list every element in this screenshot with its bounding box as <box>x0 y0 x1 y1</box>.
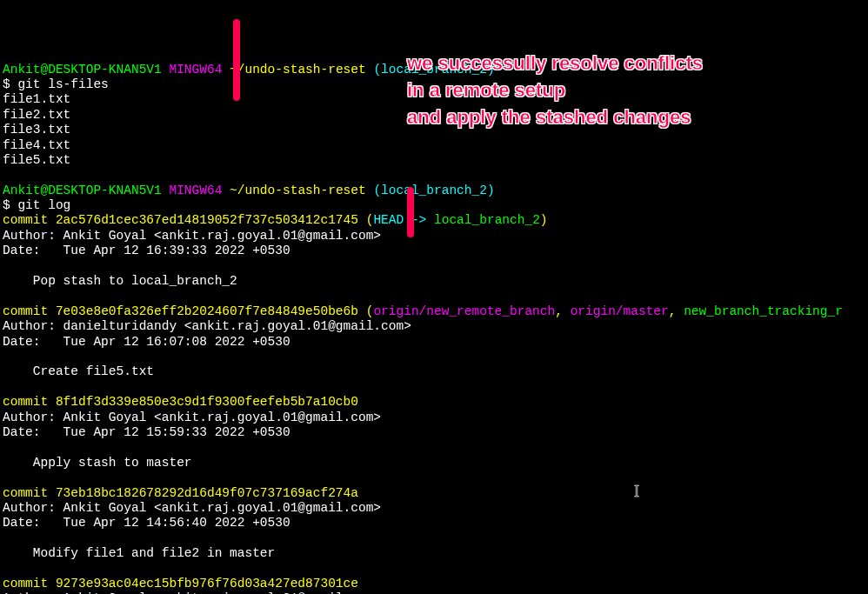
ref-sep: , <box>555 304 570 318</box>
git-branch: (local_branch_2) <box>373 184 494 197</box>
cwd-path: ~/undo-stash-reset <box>230 184 366 197</box>
user-host: Ankit@DESKTOP-KNAN5V1 <box>3 63 162 77</box>
file-entry: file3.txt <box>3 123 70 137</box>
remote-ref: origin/new_remote_branch <box>373 304 555 318</box>
commit-date: Date: Tue Apr 12 16:07:08 2022 +0530 <box>3 335 290 349</box>
remote-ref: origin/master <box>571 304 669 318</box>
refs-open: ( <box>358 304 373 318</box>
file-entry: file4.txt <box>3 138 70 152</box>
annotation-line-3: and apply the stashed changes <box>407 104 703 131</box>
commit-date: Date: Tue Apr 12 14:56:40 2022 +0530 <box>3 516 290 530</box>
terminal-output[interactable]: Ankit@DESKTOP-KNAN5V1 MINGW64 ~/undo-sta… <box>3 63 865 594</box>
ref-sep: , <box>669 304 684 318</box>
commit-author: Author: Ankit Goyal <ankit.raj.goyal.01@… <box>3 229 381 243</box>
commit-prefix: commit <box>3 577 56 591</box>
commit-line: commit 7e03e8e0fa326eff2b2024607f7e84849… <box>3 304 843 318</box>
cwd-path: ~/undo-stash-reset <box>230 63 366 77</box>
commit-hash: 2ac576d1cec367ed14819052f737c503412c1745 <box>56 213 358 227</box>
annotation-line-1: we successully resolve conflicts <box>407 50 703 77</box>
commit-line: commit 8f1df3d339e850e3c9d1f9300feefeb5b… <box>3 395 358 409</box>
text-cursor-icon: I <box>634 483 639 502</box>
commit-hash: 9273e93ac04ec15bfb976f76d03a427ed87301ce <box>56 577 358 591</box>
file-entry: file5.txt <box>3 153 70 167</box>
commit-date: Date: Tue Apr 12 15:59:33 2022 +0530 <box>3 425 290 439</box>
commit-message: Pop stash to local_branch_2 <box>3 274 237 288</box>
user-host: Ankit@DESKTOP-KNAN5V1 <box>3 184 162 197</box>
commit-message: Create file5.txt <box>3 364 154 378</box>
commit-prefix: commit <box>3 304 56 318</box>
shell-env: MINGW64 <box>169 63 222 77</box>
commit-author: Author: Ankit Goyal <ankit.raj.goyal.01@… <box>3 501 381 515</box>
shell-env: MINGW64 <box>169 184 222 197</box>
prompt-line-2: Ankit@DESKTOP-KNAN5V1 MINGW64 ~/undo-sta… <box>3 184 495 197</box>
commit-line: commit 73eb18bc182678292d16d49f07c737169… <box>3 486 358 500</box>
command-line: $ git ls-files <box>3 77 109 91</box>
annotation-text: we successully resolve conflicts in a re… <box>407 50 703 130</box>
commit-message: Modify file1 and file2 in master <box>3 546 275 560</box>
commit-hash: 8f1df3d339e850e3c9d1f9300feefeb5b7a10cb0 <box>56 395 358 409</box>
annotation-bar-1 <box>233 19 240 101</box>
command-line: $ git log <box>3 198 70 212</box>
head-ref: HEAD -> <box>373 213 434 227</box>
local-ref: new_branch_tracking_r <box>684 304 843 318</box>
commit-author: Author: danielturidandy <ankit.raj.goyal… <box>3 319 411 333</box>
commit-line: commit 9273e93ac04ec15bfb976f76d03a427ed… <box>3 577 358 591</box>
commit-date: Date: Tue Apr 12 16:39:33 2022 +0530 <box>3 244 290 257</box>
file-entry: file2.txt <box>3 108 70 122</box>
refs-open: ( <box>358 213 373 227</box>
annotation-line-2: in a remote setup <box>407 77 703 104</box>
commit-prefix: commit <box>3 395 56 409</box>
commit-prefix: commit <box>3 213 56 227</box>
commit-line: commit 2ac576d1cec367ed14819052f737c5034… <box>3 213 548 227</box>
commit-hash: 7e03e8e0fa326eff2b2024607f7e84849e50be6b <box>56 304 358 318</box>
annotation-bar-2 <box>407 187 414 237</box>
refs-close: ) <box>540 213 548 227</box>
file-entry: file1.txt <box>3 92 70 106</box>
branch-ref: local_branch_2 <box>434 213 540 227</box>
commit-prefix: commit <box>3 486 56 500</box>
commit-author: Author: Ankit Goyal <ankit.raj.goyal.01@… <box>3 410 381 424</box>
commit-message: Apply stash to master <box>3 456 192 470</box>
commit-hash: 73eb18bc182678292d16d49f07c737169acf274a <box>56 486 358 500</box>
